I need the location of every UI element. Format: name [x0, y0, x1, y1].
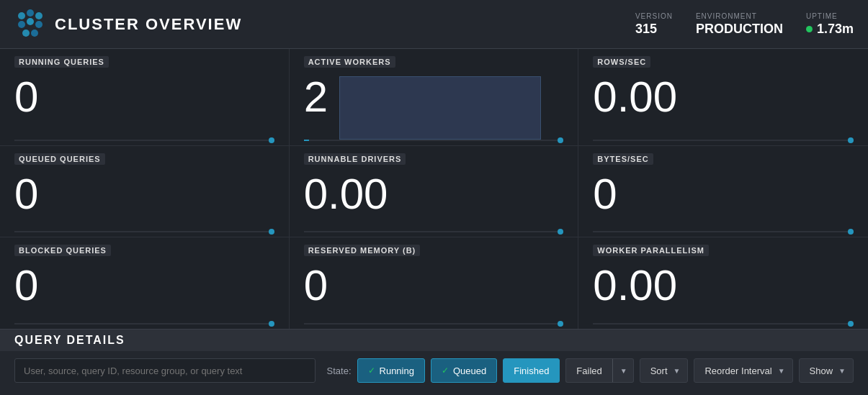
query-details-title: QUERY DETAILS	[14, 334, 125, 347]
stat-active-workers: ACTIVE WORKERS 2	[290, 49, 579, 146]
failed-caret-icon: ▼	[620, 367, 627, 375]
failed-label: Failed	[576, 366, 601, 376]
stat-label-reserved-memory: RESERVED MEMORY (B)	[304, 245, 421, 256]
logo: CLUSTER OVERVIEW	[14, 9, 635, 40]
stat-label-running-queries: RUNNING QUERIES	[14, 56, 109, 68]
version-label: VERSION	[635, 12, 673, 20]
finished-button[interactable]: Finished	[503, 358, 560, 383]
running-label: Running	[380, 366, 414, 376]
stat-value-rows-sec: 0.00	[593, 73, 854, 121]
uptime-value: 1.73m	[806, 22, 854, 37]
reorder-caret-icon: ▼	[778, 367, 785, 375]
stat-label-bytes-sec: BYTES/SEC	[593, 153, 653, 165]
running-button[interactable]: ✓ Running	[357, 358, 425, 383]
uptime-meta: UPTIME 1.73m	[806, 12, 854, 37]
stat-bar-reserved-memory	[304, 323, 564, 324]
stat-value-active-workers: 2	[304, 73, 328, 121]
stat-label-blocked-queries: BLOCKED QUERIES	[14, 245, 111, 256]
stat-value-worker-parallelism: 0.00	[593, 262, 854, 309]
show-caret-icon: ▼	[838, 367, 846, 375]
queued-label: Queued	[453, 366, 486, 376]
check-icon-queued: ✓	[442, 366, 449, 376]
environment-meta: ENVIRONMENT PRODUCTION	[696, 12, 783, 37]
reorder-interval-button[interactable]: Reorder Interval ▼	[694, 358, 792, 383]
show-button[interactable]: Show ▼	[799, 358, 854, 383]
search-input[interactable]	[14, 358, 316, 383]
header: CLUSTER OVERVIEW VERSION 315 ENVIRONMENT…	[0, 0, 868, 49]
stat-label-queued-queries: QUEUED QUERIES	[14, 153, 105, 165]
svg-point-0	[18, 12, 25, 19]
svg-point-1	[27, 9, 34, 17]
sort-caret-icon: ▼	[674, 367, 681, 375]
version-value: 315	[635, 22, 657, 37]
stat-bar-queued-queries	[14, 231, 274, 232]
stat-value-running-queries: 0	[14, 73, 274, 121]
failed-button-group: Failed ▼	[565, 358, 633, 383]
svg-point-3	[18, 21, 25, 28]
state-label: State:	[327, 366, 352, 376]
stat-label-runnable-drivers: RUNNABLE DRIVERS	[304, 153, 406, 165]
show-label: Show	[810, 366, 833, 376]
query-details-header: QUERY DETAILS	[0, 330, 868, 351]
stat-value-blocked-queries: 0	[14, 262, 274, 309]
svg-point-7	[31, 29, 38, 37]
svg-point-6	[22, 29, 30, 37]
stat-bar-worker-parallelism	[593, 323, 854, 324]
sort-label: Sort	[650, 366, 668, 376]
stat-bar-active-workers	[304, 140, 564, 141]
stat-bar-blocked-queries	[14, 323, 274, 324]
stats-grid: RUNNING QUERIES 0 ACTIVE WORKERS 2 ROWS/…	[0, 49, 868, 330]
svg-point-2	[35, 12, 42, 19]
logo-icon	[14, 9, 46, 40]
environment-value: PRODUCTION	[696, 22, 783, 37]
stat-value-queued-queries: 0	[14, 171, 274, 218]
header-meta: VERSION 315 ENVIRONMENT PRODUCTION UPTIM…	[635, 12, 854, 37]
stat-running-queries: RUNNING QUERIES 0	[0, 49, 290, 146]
stat-bar-rows-sec	[593, 140, 854, 141]
stat-reserved-memory: RESERVED MEMORY (B) 0	[290, 237, 579, 329]
stat-runnable-drivers: RUNNABLE DRIVERS 0.00	[290, 146, 579, 237]
stat-bar-running-queries	[14, 140, 274, 141]
stat-bytes-sec: BYTES/SEC 0	[578, 146, 868, 237]
stat-rows-sec: ROWS/SEC 0.00	[578, 49, 868, 146]
page-title: CLUSTER OVERVIEW	[55, 15, 242, 34]
workers-chart	[339, 76, 541, 140]
stat-label-active-workers: ACTIVE WORKERS	[304, 56, 395, 68]
environment-label: ENVIRONMENT	[696, 12, 757, 20]
failed-dropdown-button[interactable]: ▼	[613, 358, 634, 383]
stat-bar-bytes-sec	[593, 231, 854, 232]
stat-label-rows-sec: ROWS/SEC	[593, 56, 650, 68]
reorder-interval-label: Reorder Interval	[704, 366, 771, 376]
version-meta: VERSION 315	[635, 12, 673, 37]
stat-value-bytes-sec: 0	[593, 171, 854, 218]
query-details-section: QUERY DETAILS State: ✓ Running ✓ Queued …	[0, 330, 868, 395]
query-controls: State: ✓ Running ✓ Queued Finished Faile…	[0, 351, 868, 390]
uptime-label: UPTIME	[806, 12, 838, 20]
stat-blocked-queries: BLOCKED QUERIES 0	[0, 237, 290, 329]
stat-label-worker-parallelism: WORKER PARALLELISM	[593, 245, 709, 256]
stat-bar-runnable-drivers	[304, 231, 564, 232]
stat-worker-parallelism: WORKER PARALLELISM 0.00	[578, 237, 868, 329]
stat-value-reserved-memory: 0	[304, 262, 564, 309]
stat-queued-queries: QUEUED QUERIES 0	[0, 146, 290, 237]
queued-button[interactable]: ✓ Queued	[431, 358, 497, 383]
svg-point-5	[35, 21, 42, 28]
svg-point-4	[27, 18, 34, 25]
stat-value-runnable-drivers: 0.00	[304, 171, 564, 218]
uptime-dot	[806, 26, 813, 32]
check-icon-running: ✓	[368, 366, 375, 376]
finished-label: Finished	[514, 366, 549, 376]
sort-button[interactable]: Sort ▼	[640, 358, 689, 383]
failed-button[interactable]: Failed	[565, 358, 612, 383]
